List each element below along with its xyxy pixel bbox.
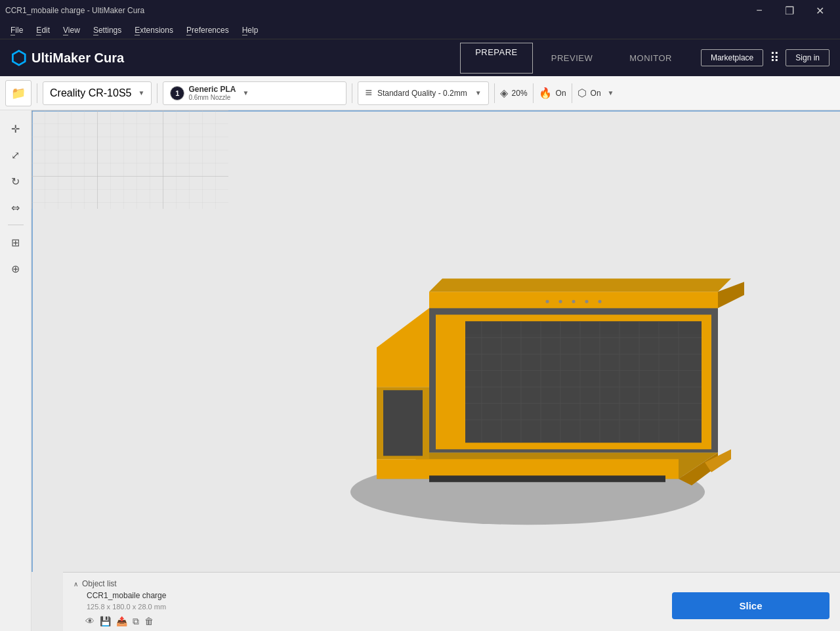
object-delete-icon[interactable]: 🗑 <box>144 616 154 627</box>
toolbar-divider-6 <box>572 83 572 103</box>
menu-help[interactable]: Help <box>237 24 264 37</box>
object-list-header[interactable]: ∧ Object list <box>74 579 166 588</box>
object-list-section: ∧ Object list CCR1_mobaile charge 125.8 … <box>74 579 166 627</box>
quality-selector[interactable]: ≡ Standard Quality - 0.2mm ▼ <box>358 81 488 105</box>
menu-file[interactable]: File <box>5 24 28 37</box>
minimize-button[interactable]: − <box>744 0 774 21</box>
titlebar: CCR1_mobaile charge - UltiMaker Cura − ❐… <box>0 0 840 21</box>
printer-chevron-icon: ▼ <box>138 89 144 97</box>
dot1 <box>546 299 549 303</box>
object-list-label: Object list <box>82 579 117 588</box>
logo-text: UltiMaker Cura <box>32 51 124 66</box>
slice-button[interactable]: Slice <box>672 592 830 619</box>
object-visibility-icon[interactable]: 👁 <box>85 616 94 627</box>
material-chevron-icon: ▼ <box>242 89 249 97</box>
menu-extensions[interactable]: Extensions <box>129 24 178 37</box>
tab-prepare[interactable]: PREPARE <box>460 43 533 74</box>
tab-monitor[interactable]: MONITOR <box>611 43 690 74</box>
left-toolbar: ✛ ⤢ ↻ ⇔ ⊞ ⊕ <box>0 110 32 631</box>
menu-preferences[interactable]: Preferences <box>181 24 234 37</box>
adhesion-section[interactable]: ⬡ On ▼ <box>578 87 614 99</box>
object-dimensions: 125.8 x 180.0 x 28.0 mm <box>74 603 166 611</box>
material-number: 1 <box>175 89 179 97</box>
support-label: On <box>556 89 566 98</box>
support-icon: 🔥 <box>539 87 552 99</box>
toolbar-divider-1 <box>37 83 37 103</box>
left-box-top <box>377 308 429 387</box>
quality-text: Standard Quality - 0.2mm <box>377 89 467 98</box>
titlebar-controls: − ❐ ✕ <box>744 0 835 21</box>
printer-selector[interactable]: Creality CR-10S5 ▼ <box>43 81 152 105</box>
folder-icon: 📁 <box>11 86 26 100</box>
nav-tabs: PREPARE PREVIEW MONITOR <box>460 43 690 74</box>
per-model-settings-tool[interactable]: ⊞ <box>4 230 28 254</box>
quality-icon: ≡ <box>365 86 372 100</box>
material-name: Generic PLA <box>188 85 236 94</box>
close-button[interactable]: ✕ <box>805 0 835 21</box>
menu-view[interactable]: View <box>58 24 85 37</box>
top-connector-top <box>429 278 731 292</box>
tool-divider <box>8 225 24 225</box>
header: ⬡ UltiMaker Cura PREPARE PREVIEW MONITOR… <box>0 39 840 76</box>
grid-background <box>32 110 228 209</box>
bottom-bar: ∧ Object list CCR1_mobaile charge 125.8 … <box>63 572 840 631</box>
mirror-tool[interactable]: ⇔ <box>4 196 28 219</box>
object-save-icon[interactable]: 💾 <box>100 616 111 627</box>
quality-chevron-icon: ▼ <box>475 89 482 97</box>
main-area: ✛ ⤢ ↻ ⇔ ⊞ ⊕ <box>0 110 840 631</box>
object-copy-icon[interactable]: ⧉ <box>133 616 139 627</box>
rotate-tool[interactable]: ↻ <box>4 169 28 193</box>
object-name: CCR1_mobaile charge <box>74 591 166 600</box>
svg-rect-1 <box>32 110 228 209</box>
marketplace-button[interactable]: Marketplace <box>701 49 763 66</box>
material-selector[interactable]: 1 Generic PLA 0.6mm Nozzle ▼ <box>163 81 346 105</box>
dot3 <box>572 299 576 303</box>
logo-icon: ⬡ <box>10 47 26 69</box>
support-blocker-tool[interactable]: ⊕ <box>4 257 28 280</box>
viewport[interactable]: ∧ Object list CCR1_mobaile charge 125.8 … <box>32 110 840 631</box>
chevron-up-icon: ∧ <box>74 580 78 588</box>
dot4 <box>585 299 589 303</box>
bottom-channel <box>429 475 665 482</box>
apps-icon[interactable]: ⠿ <box>770 50 779 66</box>
material-badge: 1 <box>170 86 184 100</box>
material-nozzle: 0.6mm Nozzle <box>188 94 236 101</box>
tab-preview[interactable]: PREVIEW <box>533 43 611 74</box>
menu-edit[interactable]: Edit <box>31 24 55 37</box>
toolbar-divider-4 <box>494 83 495 103</box>
infill-value: 20% <box>512 89 528 98</box>
3d-model <box>298 216 757 560</box>
adhesion-icon: ⬡ <box>578 87 587 99</box>
titlebar-title: CCR1_mobaile charge - UltiMaker Cura <box>5 6 144 15</box>
open-file-button[interactable]: 📁 <box>5 80 32 106</box>
printer-name: Creality CR-10S5 <box>50 87 131 99</box>
toolbar-divider-3 <box>352 83 352 103</box>
infill-section: ◈ 20% <box>500 87 528 99</box>
left-box-inset <box>383 390 423 456</box>
dot5 <box>598 299 602 303</box>
model-svg <box>298 216 757 557</box>
toolbar: 📁 Creality CR-10S5 ▼ 1 Generic PLA 0.6mm… <box>0 76 840 110</box>
adhesion-chevron-icon: ▼ <box>608 89 614 97</box>
object-export-icon[interactable]: 📤 <box>116 616 127 627</box>
menubar: File Edit View Settings Extensions Prefe… <box>0 21 840 39</box>
scale-tool[interactable]: ⤢ <box>4 143 28 167</box>
object-action-icons: 👁 💾 📤 ⧉ 🗑 <box>74 616 166 627</box>
toolbar-divider-5 <box>533 83 534 103</box>
infill-icon: ◈ <box>500 87 508 99</box>
menu-settings[interactable]: Settings <box>88 24 127 37</box>
material-info: Generic PLA 0.6mm Nozzle <box>188 85 236 101</box>
support-section[interactable]: 🔥 On <box>539 87 566 99</box>
adhesion-label: On <box>591 89 601 98</box>
logo: ⬡ UltiMaker Cura <box>10 47 450 69</box>
move-tool[interactable]: ✛ <box>4 117 28 141</box>
header-right: Marketplace ⠿ Sign in <box>701 49 830 66</box>
signin-button[interactable]: Sign in <box>786 49 830 66</box>
dot2 <box>559 299 562 303</box>
maximize-button[interactable]: ❐ <box>774 0 805 21</box>
ramp-inset <box>465 321 702 443</box>
toolbar-divider-2 <box>157 83 158 103</box>
